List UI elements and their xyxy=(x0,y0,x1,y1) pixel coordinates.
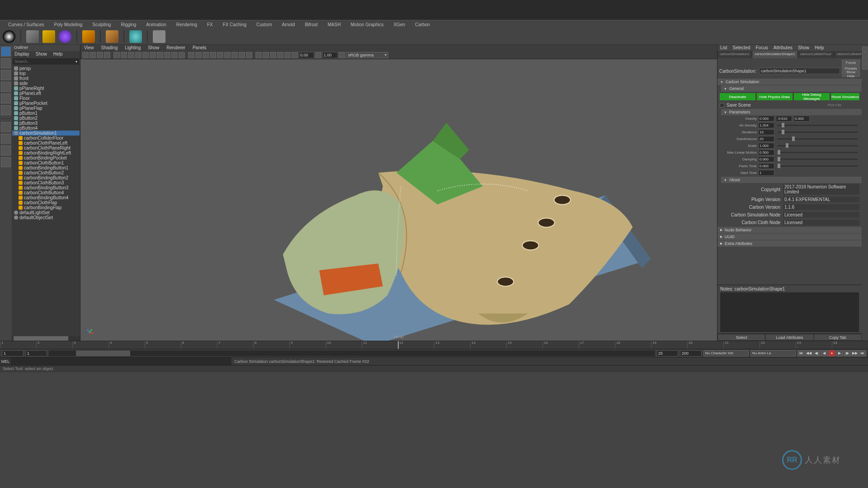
timeline-tick[interactable]: 18 xyxy=(615,341,651,349)
param-input[interactable]: 10 xyxy=(758,129,774,135)
range-end-inner[interactable]: 25 xyxy=(656,350,678,357)
tree-item[interactable]: carbonBindingButton2 xyxy=(12,175,80,180)
tree-item[interactable]: persp xyxy=(12,66,80,71)
param-slider[interactable] xyxy=(778,145,858,146)
tree-item[interactable]: carbonClothButton4 xyxy=(12,190,80,195)
vp-btn[interactable] xyxy=(339,52,345,58)
outliner-menu-show[interactable]: Show xyxy=(36,52,47,57)
vp-menu-view[interactable]: View xyxy=(84,45,94,51)
cmd-mode-label[interactable]: MEL xyxy=(0,357,11,365)
range-end-outer[interactable]: 200 xyxy=(680,350,702,357)
tree-item[interactable]: carbonClothButton1 xyxy=(12,160,80,165)
param-slider[interactable] xyxy=(778,131,858,133)
ae-menu-show[interactable]: Show xyxy=(798,45,809,51)
tree-item[interactable]: Floor xyxy=(12,96,80,101)
outliner-menu-display[interactable]: Display xyxy=(14,52,29,57)
shelf-button-sphere2[interactable] xyxy=(59,30,71,43)
ae-tab[interactable]: carbonColliderFloorSh xyxy=(834,51,862,58)
timeline-tick[interactable]: 13 xyxy=(434,341,470,349)
ae-section-extra[interactable]: Extra Attributes xyxy=(717,240,862,247)
prev-key-button[interactable]: ◀| xyxy=(813,350,820,357)
vp-btn[interactable] xyxy=(90,52,96,58)
vp-btn[interactable] xyxy=(195,52,202,58)
vp-btn[interactable] xyxy=(82,52,89,58)
range-start-outer[interactable]: 1 xyxy=(2,350,24,357)
param-input[interactable]: 1 xyxy=(758,170,774,176)
vp-btn[interactable] xyxy=(171,52,178,58)
tree-item[interactable]: defaultLightSet xyxy=(12,210,80,215)
channel-icon[interactable] xyxy=(862,52,868,58)
anim-layer-dropdown[interactable]: No Anim La xyxy=(750,350,796,357)
tree-item[interactable]: carbonBindingButton1 xyxy=(12,165,80,170)
vp-btn[interactable] xyxy=(239,52,245,58)
play-back-button[interactable]: ◀ xyxy=(821,350,828,357)
vp-btn[interactable] xyxy=(164,52,170,58)
param-input[interactable]: -9.810 xyxy=(776,116,792,122)
shelf-button-fan[interactable] xyxy=(129,30,142,43)
tree-item[interactable]: carbonClothButton2 xyxy=(12,170,80,175)
tree-item[interactable]: defaultObjectSet xyxy=(12,215,80,220)
vp-menu-lighting[interactable]: Lighting xyxy=(125,45,141,51)
param-input[interactable]: 0.000 xyxy=(793,116,810,122)
hide-debug-button[interactable]: Hide Debug Messages xyxy=(794,93,830,100)
shelf-button-misc1[interactable] xyxy=(106,30,118,43)
layout-four[interactable] xyxy=(1,134,11,144)
param-slider[interactable] xyxy=(778,125,858,126)
timeline-tick[interactable]: 10 xyxy=(326,341,362,349)
ae-tab[interactable]: carbonSimulationShape1 xyxy=(752,51,797,58)
timeline-tick[interactable]: 14 xyxy=(470,341,506,349)
ae-notes-textarea[interactable] xyxy=(720,292,859,332)
layout-single[interactable] xyxy=(1,122,11,132)
shelf-tab[interactable]: Poly Modeling xyxy=(49,21,87,28)
ae-load-attr-button[interactable]: Load Attributes xyxy=(765,334,813,341)
cmd-input[interactable] xyxy=(11,357,231,365)
tree-item[interactable]: top xyxy=(12,71,80,76)
tree-item[interactable]: pButton4 xyxy=(12,126,80,131)
tree-item[interactable]: front xyxy=(12,76,80,81)
vp-menu-panels[interactable]: Panels xyxy=(193,45,207,51)
vp-btn[interactable] xyxy=(277,52,283,58)
ae-section-uuid[interactable]: UUID xyxy=(717,234,862,240)
shelf-tab[interactable]: MASH xyxy=(323,21,345,28)
timeline-tick[interactable]: 4 xyxy=(108,341,145,349)
viewport-canvas[interactable]: persp xyxy=(80,59,717,341)
timeline-tick[interactable]: 9 xyxy=(289,341,326,349)
ae-section-general[interactable]: General xyxy=(721,85,862,92)
ae-tab[interactable]: carbonSimulation1 xyxy=(717,51,752,58)
range-slider-track[interactable] xyxy=(49,351,655,356)
tree-item[interactable]: pButton1 xyxy=(12,111,80,116)
vp-btn[interactable] xyxy=(263,52,269,58)
tree-item[interactable]: pButton2 xyxy=(12,116,80,121)
timeline-tick[interactable]: 8 xyxy=(253,341,289,349)
ae-focus-button[interactable]: Focus xyxy=(842,60,860,65)
param-input[interactable]: 0.500 xyxy=(758,150,774,155)
vp-btn[interactable] xyxy=(270,52,276,58)
outliner-search[interactable]: ▾ xyxy=(13,58,79,65)
vp-btn[interactable] xyxy=(142,52,149,58)
layout-vert[interactable] xyxy=(1,145,11,155)
timeline-tick[interactable]: 1 xyxy=(0,341,36,349)
timeline-tick[interactable]: 23 xyxy=(796,341,832,349)
vp-btn[interactable] xyxy=(224,52,231,58)
shelf-tab[interactable]: Bifrost xyxy=(300,21,322,28)
vp-btn[interactable] xyxy=(150,52,156,58)
goto-start-button[interactable]: ⏮ xyxy=(797,350,805,357)
timeline-tick[interactable]: 11 xyxy=(362,341,398,349)
tree-item[interactable]: carbonColliderFloor xyxy=(12,136,80,141)
shelf-tab[interactable]: Custom xyxy=(252,21,276,28)
timeline-tick[interactable]: 3 xyxy=(72,341,108,349)
tree-item[interactable]: carbonClothPlaneLeft xyxy=(12,141,80,145)
vp-btn[interactable] xyxy=(217,52,223,58)
paint-tool[interactable] xyxy=(1,70,11,80)
outliner-menu-help[interactable]: Help xyxy=(53,52,63,57)
pick-file-label[interactable]: Pick File xyxy=(828,103,841,107)
shelf-button-plane[interactable] xyxy=(82,30,95,43)
tree-item[interactable]: carbonBindingButton3 xyxy=(12,185,80,190)
next-key-button[interactable]: |▶ xyxy=(844,350,851,357)
tree-item[interactable]: side xyxy=(12,81,80,86)
shelf-button-cube[interactable] xyxy=(26,30,39,43)
vp-btn[interactable] xyxy=(188,52,194,58)
record-button[interactable]: ● xyxy=(828,350,835,357)
ae-menu-focus[interactable]: Focus xyxy=(755,45,768,51)
timeline-tick[interactable]: 20 xyxy=(687,341,723,349)
